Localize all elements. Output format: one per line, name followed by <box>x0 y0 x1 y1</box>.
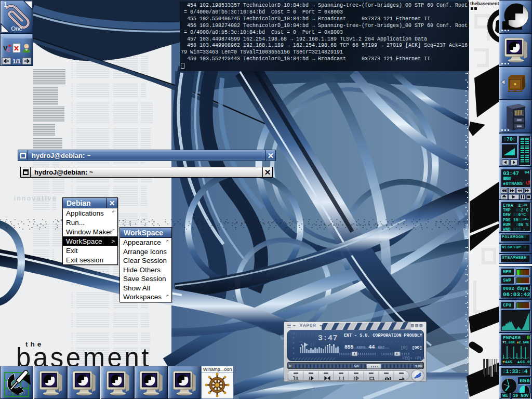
svg-text:◖EQ◗: ◖EQ◗ <box>402 356 413 361</box>
svg-text:◖PL◗: ◖PL◗ <box>414 356 424 361</box>
svg-text:c: c <box>7 46 10 54</box>
svg-text:innovative: innovative <box>14 194 58 202</box>
svg-text:thebasement: thebasement <box>470 1 499 6</box>
svg-text:1/1: 1/1 <box>12 58 20 64</box>
